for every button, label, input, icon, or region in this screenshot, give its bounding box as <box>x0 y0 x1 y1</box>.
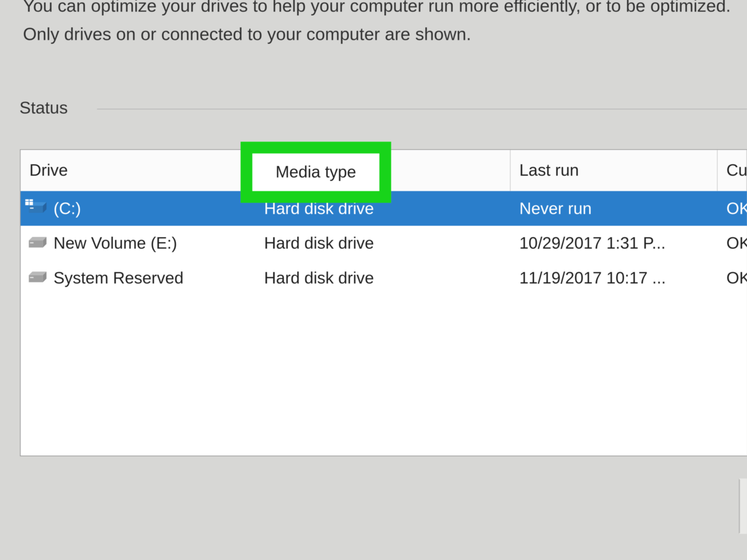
column-header-media-type[interactable]: Media type <box>255 150 511 191</box>
cell-drive: New Volume (E:) <box>21 234 256 252</box>
svg-rect-5 <box>29 240 43 247</box>
table-row[interactable]: System ReservedHard disk drive11/19/2017… <box>21 260 747 295</box>
drive-name: New Volume (E:) <box>54 234 177 252</box>
cell-media-type: Hard disk drive <box>255 199 511 218</box>
status-label: Status <box>20 98 68 117</box>
column-header-last-run[interactable]: Last run <box>511 150 717 191</box>
column-header-status[interactable]: Cu <box>718 150 747 191</box>
description-text: You can optimize your drives to help you… <box>23 0 738 48</box>
column-header-drive[interactable]: Drive <box>21 150 256 191</box>
cell-drive: System Reserved <box>21 268 256 287</box>
svg-rect-1 <box>29 206 43 213</box>
svg-rect-11 <box>30 276 33 278</box>
cell-media-type: Hard disk drive <box>255 234 511 252</box>
cell-media-type: Hard disk drive <box>255 268 511 287</box>
cropped-button-edge <box>739 478 747 534</box>
svg-rect-9 <box>29 275 43 282</box>
table-row[interactable]: (C:)Hard disk driveNever runOK <box>21 191 747 226</box>
cell-last-run: Never run <box>511 199 717 218</box>
hard-disk-icon <box>26 234 48 252</box>
hard-disk-icon <box>26 199 48 217</box>
cell-drive: (C:) <box>21 199 256 218</box>
hard-disk-icon <box>26 269 48 287</box>
drive-name: (C:) <box>54 199 81 218</box>
cell-current-status: OK <box>718 234 747 252</box>
svg-rect-7 <box>30 242 33 243</box>
cell-last-run: 11/19/2017 10:17 ... <box>511 268 717 287</box>
status-divider <box>97 109 747 109</box>
status-section-header: Status <box>20 98 747 117</box>
drive-list[interactable]: Drive Media type Last run Cu (C:)Hard di… <box>20 149 747 456</box>
cell-current-status: OK <box>718 199 747 218</box>
drive-list-header-row: Drive Media type Last run Cu <box>21 150 747 191</box>
windows-badge-icon <box>25 199 34 206</box>
cell-current-status: OK <box>718 268 747 287</box>
drive-name: System Reserved <box>54 268 183 287</box>
svg-rect-3 <box>30 207 33 209</box>
table-row[interactable]: New Volume (E:)Hard disk drive10/29/2017… <box>21 226 747 260</box>
cell-last-run: 10/29/2017 1:31 P... <box>511 234 717 252</box>
